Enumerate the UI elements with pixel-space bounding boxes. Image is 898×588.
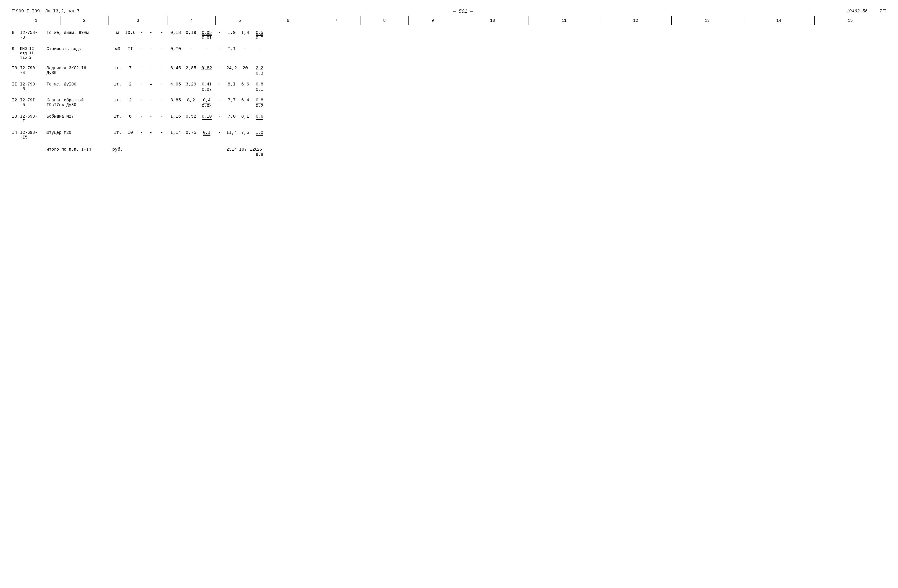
totals-col11 <box>198 146 215 147</box>
row-col10: 0,I9 <box>183 30 198 35</box>
header-right: 19462-56 <box>846 9 868 14</box>
row-col12: - <box>215 114 224 119</box>
row-col8: - <box>155 46 168 52</box>
row-col6: - <box>137 30 146 35</box>
row-col12: - <box>215 130 224 135</box>
row-col10: 8,2 <box>183 97 198 103</box>
row-num: 9 <box>12 46 20 52</box>
row-col13: II,4 <box>224 130 239 135</box>
row-col11: 0,4I 0,07 <box>198 82 215 92</box>
row-col7: - <box>146 65 155 71</box>
totals-spacer2 <box>20 146 46 147</box>
totals-col10 <box>183 146 198 147</box>
row-col13: 8,I <box>224 82 239 87</box>
col-header-7: 7 <box>312 16 360 25</box>
row-col5: 7 <box>124 65 137 71</box>
data-section: 8 I2-758- -3 То же, диам. 89мм м I0,6 - … <box>12 30 886 157</box>
row-col12: - <box>215 46 224 52</box>
row-col10: 0,75 <box>183 130 198 135</box>
col-header-2: 2 <box>60 16 108 25</box>
row-code: I2-790- -4 <box>20 65 46 75</box>
row-col6: - <box>137 65 146 71</box>
table-row: I4 I2-698- -I5 Штуцер М20 шт. I0 - - - I… <box>12 130 886 141</box>
table-row: 9 ПМО I2 отд.II таб.2 Стоимость воды м3 … <box>12 46 886 60</box>
row-code: I2-698- -I <box>20 114 46 123</box>
row-num: II <box>12 82 20 87</box>
col-header-10: 10 <box>457 16 529 25</box>
row-col10: 2,85 <box>183 65 198 71</box>
totals-label: Итого по п.п. I-I4 <box>46 146 111 152</box>
row-desc: То же, диам. 89мм <box>46 30 111 35</box>
row-col8: - <box>155 130 168 135</box>
row-col15: 2,2 0,3 <box>251 65 268 76</box>
row-col10: 3,29 <box>183 82 198 87</box>
totals-unit: руб. <box>111 146 124 152</box>
row-num: 8 <box>12 30 20 35</box>
row-col6: - <box>137 97 146 103</box>
row-col10: 0,52 <box>183 114 198 119</box>
totals-col9 <box>168 146 183 147</box>
row-col7: - <box>146 114 155 119</box>
row-col8: - <box>155 30 168 35</box>
row-unit: м <box>111 30 124 35</box>
row-col7: - <box>146 97 155 103</box>
row-col5: II <box>124 46 137 52</box>
row-num: I2 <box>12 97 20 103</box>
totals-row: Итого по п.п. I-I4 руб. 23I4 I97 I28 25 … <box>12 146 886 157</box>
table-row: I2 I2-79I- -5 Клапан обратный I9сI7нж Ду… <box>12 97 886 108</box>
row-unit: м3 <box>111 46 124 52</box>
row-col7: - <box>146 30 155 35</box>
row-col7: – <box>146 82 155 87</box>
row-col5: 2 <box>124 97 137 103</box>
header-center: — 501 — <box>453 9 473 14</box>
row-unit: шт. <box>111 130 124 135</box>
row-col14: 8,I <box>239 114 251 119</box>
row-col6: - <box>137 82 146 87</box>
col-header-12: 12 <box>600 16 671 25</box>
row-col9: 0,I0 <box>168 46 183 52</box>
row-col8: - <box>155 65 168 71</box>
table-row: II I2-790- -5 То же, ДуI00 шт. 2 - – - 4… <box>12 82 886 92</box>
row-col11: 0,I – <box>198 130 215 141</box>
row-col15: - <box>251 46 268 52</box>
page-number: 7 <box>880 9 882 14</box>
row-col13: I,I <box>224 46 239 52</box>
row-col15: 0,5 0,I <box>251 30 268 41</box>
row-desc: То же, ДуI00 <box>46 82 111 87</box>
col-header-4: 4 <box>168 16 216 25</box>
row-desc: Штуцер М20 <box>46 130 111 135</box>
row-col5: 2 <box>124 82 137 87</box>
row-code: I2-698- -I5 <box>20 130 46 140</box>
col-header-14: 14 <box>743 16 815 25</box>
row-col12: - <box>215 97 224 103</box>
totals-spacer1 <box>12 146 20 147</box>
header-left: 909-I-I99. Лп.I3,2, кн.7 <box>16 9 80 14</box>
row-num: I8 <box>12 114 20 119</box>
col-header-3: 3 <box>108 16 168 25</box>
row-desc: Клапан обратный I9сI7нж Ду80 <box>46 97 111 107</box>
row-col15: 0,6 – <box>251 114 268 125</box>
row-col6: - <box>137 46 146 52</box>
row-col5: 6 <box>124 114 137 119</box>
row-unit: шт. <box>111 114 124 119</box>
row-col7: - <box>146 46 155 52</box>
row-unit: шт. <box>111 65 124 71</box>
totals-col6 <box>137 146 146 147</box>
col-header-8: 8 <box>360 16 409 25</box>
row-col12: - <box>215 82 224 87</box>
row-col12: - <box>215 65 224 71</box>
row-desc: Бобышка М27 <box>46 114 111 119</box>
row-col15: 0,8 0,2 <box>251 97 268 108</box>
row-col14: 6,4 <box>239 97 251 103</box>
row-col13: 7,0 <box>224 114 239 119</box>
row-col6: - <box>137 130 146 135</box>
row-col12: - <box>215 30 224 35</box>
col-header-13: 13 <box>671 16 743 25</box>
row-col14: 6,6 <box>239 82 251 87</box>
row-col8: - <box>155 114 168 119</box>
row-col9: 8,45 <box>168 65 183 71</box>
row-desc: Стоимость воды <box>46 46 111 51</box>
row-unit: шт. <box>111 82 124 87</box>
table-row: I8 I2-698- -I Бобышка М27 шт. 6 - - - I,… <box>12 114 886 125</box>
row-col11: - <box>198 46 215 52</box>
